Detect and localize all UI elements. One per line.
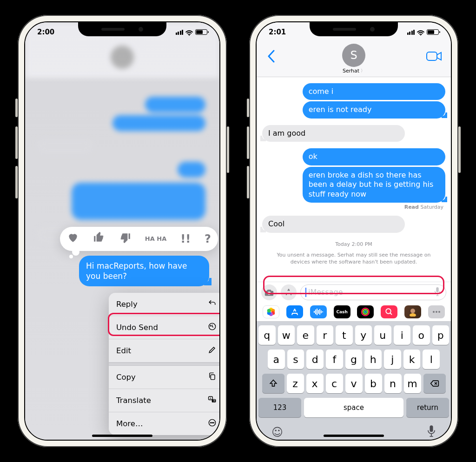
message-thread[interactable]: come i eren is not ready I am good ok er… <box>257 77 451 283</box>
menu-undo-send[interactable]: Undo Send <box>109 316 220 339</box>
key-r[interactable]: r <box>317 325 334 345</box>
selected-message-bubble[interactable]: Hi macReports, how have you been? <box>79 256 209 286</box>
imessage-app-strip[interactable]: Cash <box>257 302 451 322</box>
wifi-icon <box>185 29 193 35</box>
svg-point-29 <box>363 310 368 314</box>
svg-point-35 <box>436 311 437 313</box>
key-t[interactable]: t <box>336 325 353 345</box>
key-d[interactable]: d <box>306 350 324 369</box>
message-bubble-in[interactable]: I am good <box>262 125 405 142</box>
key-n[interactable]: n <box>384 374 402 393</box>
numbers-key[interactable]: 123 <box>258 398 301 417</box>
contact-name-button[interactable]: Serhat 〉 <box>343 68 365 74</box>
return-key[interactable]: return <box>406 398 449 417</box>
home-indicator[interactable] <box>92 435 152 437</box>
svg-point-31 <box>386 309 391 314</box>
tapback-question-icon[interactable]: ? <box>205 232 211 245</box>
svg-rect-21 <box>314 311 315 313</box>
tapback-thumbs-up-icon[interactable] <box>93 231 105 246</box>
menu-copy[interactable]: Copy <box>109 366 220 389</box>
key-s[interactable]: s <box>287 350 304 369</box>
status-time: 2:00 <box>37 28 54 36</box>
message-placeholder: iMessage <box>308 288 434 297</box>
tapback-heart-icon[interactable] <box>67 231 79 246</box>
app-music[interactable] <box>310 305 327 318</box>
menu-more-label: More… <box>116 419 143 428</box>
ellipsis-icon <box>208 418 217 429</box>
key-z[interactable]: z <box>287 374 304 393</box>
app-store[interactable] <box>286 305 303 318</box>
key-u[interactable]: u <box>374 325 391 345</box>
facetime-button[interactable] <box>425 48 443 64</box>
message-bubble-in[interactable]: Cool <box>262 216 405 232</box>
key-i[interactable]: i <box>394 325 411 345</box>
key-x[interactable]: x <box>306 374 324 393</box>
key-m[interactable]: m <box>404 374 421 393</box>
space-key[interactable]: space <box>304 398 403 417</box>
message-input[interactable]: iMessage <box>300 284 446 300</box>
home-indicator[interactable] <box>324 435 384 437</box>
dictate-key[interactable] <box>427 425 436 440</box>
key-k[interactable]: k <box>403 350 421 369</box>
app-web-search[interactable] <box>381 305 397 318</box>
emoji-key[interactable]: ☺ <box>271 426 283 439</box>
message-bubble-out[interactable]: eren is not ready <box>303 101 445 118</box>
app-more[interactable] <box>428 305 445 318</box>
key-j[interactable]: j <box>384 350 401 369</box>
menu-edit-label: Edit <box>116 346 131 355</box>
camera-button[interactable] <box>261 284 277 300</box>
svg-point-30 <box>364 311 366 313</box>
voice-message-icon[interactable] <box>434 287 441 298</box>
menu-more[interactable]: More… <box>109 412 220 435</box>
key-b[interactable]: b <box>365 374 382 393</box>
svg-rect-14 <box>436 287 438 292</box>
app-photos[interactable] <box>263 305 279 318</box>
menu-reply[interactable]: Reply <box>109 293 220 316</box>
svg-point-36 <box>438 311 440 313</box>
key-a[interactable]: a <box>268 350 285 369</box>
tapback-exclaim-icon[interactable]: !! <box>180 232 191 245</box>
message-bubble-out[interactable]: come i <box>303 83 445 100</box>
svg-rect-2 <box>211 375 215 379</box>
shift-key[interactable] <box>262 374 284 393</box>
keyboard-row-1: qwertyuiop <box>258 325 449 345</box>
back-button[interactable] <box>263 48 279 64</box>
key-l[interactable]: l <box>423 350 440 369</box>
app-store-button[interactable] <box>281 284 297 300</box>
context-menu: Reply Undo Send Edit Copy Translate <box>109 293 220 435</box>
key-f[interactable]: f <box>326 350 343 369</box>
message-bubble-out[interactable]: eren broke a dish so there has been a de… <box>303 167 445 203</box>
svg-rect-12 <box>427 52 437 60</box>
app-cash[interactable]: Cash <box>334 305 350 318</box>
key-q[interactable]: q <box>258 325 276 345</box>
menu-translate[interactable]: Translate A文 <box>109 389 220 412</box>
key-e[interactable]: e <box>297 325 314 345</box>
key-h[interactable]: h <box>364 350 382 369</box>
key-p[interactable]: p <box>432 325 450 345</box>
backspace-key[interactable] <box>423 374 446 393</box>
key-g[interactable]: g <box>345 350 363 369</box>
cellular-icon <box>407 30 415 35</box>
message-bubble-out[interactable]: ok <box>303 148 445 165</box>
key-c[interactable]: c <box>326 374 343 393</box>
svg-point-0 <box>189 35 190 36</box>
unsent-notice: You unsent a message. Serhat may still s… <box>267 249 441 269</box>
contact-avatar[interactable]: S <box>342 44 365 67</box>
menu-edit[interactable]: Edit <box>109 339 220 363</box>
key-w[interactable]: w <box>278 325 295 345</box>
menu-undo-send-label: Undo Send <box>116 323 158 332</box>
phone-left: 2:00 HA HA !! ? Hi macReports, <box>18 15 227 447</box>
key-o[interactable]: o <box>413 325 430 345</box>
read-receipt: Read Saturday <box>262 204 443 210</box>
message-input-bar: iMessage <box>257 282 451 302</box>
menu-copy-label: Copy <box>116 373 136 382</box>
tapback-haha-icon[interactable]: HA HA <box>145 236 166 242</box>
svg-rect-27 <box>322 311 323 312</box>
key-y[interactable]: y <box>355 325 372 345</box>
tapback-thumbs-down-icon[interactable] <box>119 231 131 246</box>
key-v[interactable]: v <box>345 374 363 393</box>
svg-text:A: A <box>210 397 212 400</box>
phone-right: 2:01 S Serhat 〉 <box>249 15 458 447</box>
app-fitness[interactable] <box>357 305 374 318</box>
app-memoji[interactable] <box>404 305 421 318</box>
